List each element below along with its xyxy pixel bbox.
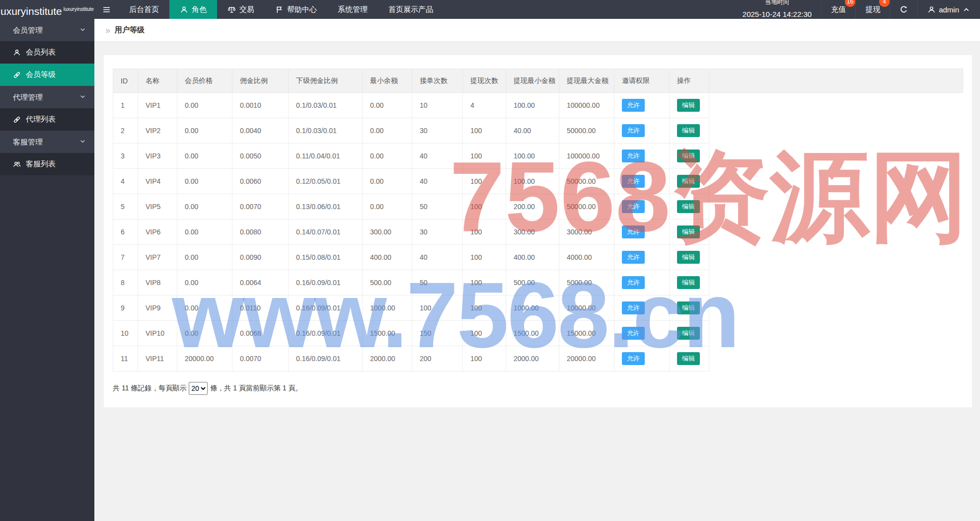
- invite-permission-cell: 允许: [614, 118, 670, 144]
- nav-tab-label: 角色: [192, 5, 207, 14]
- table-cell: 100.00: [506, 93, 559, 118]
- allow-button[interactable]: 允许: [622, 301, 645, 314]
- nav-tab-系统管理[interactable]: 系统管理: [327, 0, 378, 19]
- table-cell: 1: [113, 93, 138, 118]
- table-cell: 100000.00: [559, 144, 614, 169]
- sidebar-section-会员管理[interactable]: 会员管理: [0, 19, 94, 41]
- allow-button[interactable]: 允许: [622, 124, 645, 137]
- table-cell: VIP9: [138, 296, 177, 321]
- nav-tab-label: 后台首页: [129, 5, 159, 14]
- table-cell: 30: [412, 220, 463, 245]
- table-cell: 40: [412, 245, 463, 270]
- table-cell: VIP3: [138, 144, 177, 169]
- user-menu[interactable]: admin: [917, 0, 980, 19]
- sidebar-item-客服列表[interactable]: 客服列表: [0, 153, 94, 175]
- table-cell: 400.00: [506, 245, 559, 270]
- hamburger-icon: [102, 5, 111, 14]
- table-cell: VIP6: [138, 220, 177, 245]
- edit-button[interactable]: 编辑: [677, 301, 700, 314]
- edit-button[interactable]: 编辑: [677, 352, 700, 365]
- edit-button[interactable]: 编辑: [677, 276, 700, 289]
- table-cell: 0.13/0.06/0.01: [289, 194, 363, 220]
- column-header-邀请权限: 邀请权限: [614, 69, 670, 93]
- column-header-最小余额: 最小余额: [363, 69, 412, 93]
- edit-button[interactable]: 编辑: [677, 124, 700, 137]
- table-cell: VIP2: [138, 118, 177, 144]
- edit-button[interactable]: 编辑: [677, 327, 700, 340]
- table-cell: 300.00: [506, 220, 559, 245]
- table-cell: 100: [463, 296, 506, 321]
- nav-tab-首页展示产品[interactable]: 首页展示产品: [378, 0, 444, 19]
- withdraw-label: 提现: [865, 5, 880, 14]
- action-cell: 编辑: [670, 144, 709, 169]
- allow-button[interactable]: 允许: [622, 352, 645, 365]
- topbar-right: 当地时间 2025-10-24 14:22:30 充值 16 提现 4 admi…: [733, 0, 980, 19]
- invite-permission-cell: 允许: [614, 169, 670, 194]
- allow-button[interactable]: 允许: [622, 99, 645, 112]
- table-cell: 0.00: [177, 144, 232, 169]
- nav-tab-交易[interactable]: 交易: [217, 0, 265, 19]
- table-header-row: ID名称会员价格佣金比例下级佣金比例最小余额接单次数提现次数提现最小金额提现最大…: [113, 69, 963, 93]
- column-header-filler: [709, 69, 963, 93]
- menu-toggle-button[interactable]: [94, 0, 119, 19]
- edit-button[interactable]: 编辑: [677, 251, 700, 264]
- table-cell: 50: [412, 270, 463, 296]
- table-cell: 100: [463, 144, 506, 169]
- sidebar-item-会员等级[interactable]: 会员等级: [0, 64, 94, 86]
- time-label: 当地时间: [765, 0, 789, 6]
- table-cell: 100: [412, 296, 463, 321]
- recharge-badge: 16: [845, 0, 855, 7]
- sidebar-item-label: 会员等级: [26, 70, 56, 79]
- top-navbar: uxuryinstituteluxuryinstitute 后台首页角色交易帮助…: [0, 0, 980, 19]
- table-cell: VIP7: [138, 245, 177, 270]
- table-cell: 0.0060: [232, 169, 289, 194]
- sidebar-item-代理列表[interactable]: 代理列表: [0, 108, 94, 131]
- table-cell: 100: [463, 118, 506, 144]
- column-header-下级佣金比例: 下级佣金比例: [289, 69, 363, 93]
- sidebar-item-会员列表[interactable]: 会员列表: [0, 41, 94, 64]
- sidebar-section-label: 会员管理: [13, 26, 43, 34]
- allow-button[interactable]: 允许: [622, 200, 645, 213]
- allow-button[interactable]: 允许: [622, 251, 645, 264]
- withdraw-button[interactable]: 提现 4: [855, 0, 890, 19]
- nav-tab-帮助中心[interactable]: 帮助中心: [265, 0, 327, 19]
- table-cell: 100: [463, 346, 506, 372]
- table-cell: 0.0110: [232, 296, 289, 321]
- nav-tab-角色[interactable]: 角色: [169, 0, 217, 19]
- table-cell: 400.00: [363, 245, 412, 270]
- table-cell: 0.00: [177, 194, 232, 220]
- refresh-button[interactable]: [890, 0, 917, 19]
- page-size-select[interactable]: 20: [189, 382, 208, 395]
- recharge-button[interactable]: 充值 16: [821, 0, 855, 19]
- top-nav-tabs: 后台首页角色交易帮助中心系统管理首页展示产品: [119, 0, 444, 19]
- table-cell: 500.00: [363, 270, 412, 296]
- allow-button[interactable]: 允许: [622, 327, 645, 340]
- allow-button[interactable]: 允许: [622, 149, 645, 162]
- nav-tab-label: 帮助中心: [287, 5, 317, 14]
- edit-button[interactable]: 编辑: [677, 225, 700, 238]
- allow-button[interactable]: 允许: [622, 175, 645, 188]
- edit-button[interactable]: 编辑: [677, 175, 700, 188]
- table-cell: 0.0040: [232, 118, 289, 144]
- chevron-down-icon: [79, 26, 86, 33]
- table-cell: 0.00: [363, 93, 412, 118]
- table-cell: VIP1: [138, 93, 177, 118]
- table-cell: 50000.00: [559, 169, 614, 194]
- table-cell: 1500.00: [363, 321, 412, 346]
- edit-button[interactable]: 编辑: [677, 149, 700, 162]
- column-header-提现最小金额: 提现最小金额: [506, 69, 559, 93]
- column-header-操作: 操作: [670, 69, 709, 93]
- pagination: 共 11 條記錄，每頁顯示 20 條，共 1 頁當前顯示第 1 頁。: [113, 382, 963, 395]
- chevron-down-icon: [79, 93, 86, 100]
- people-icon: [13, 160, 21, 168]
- allow-button[interactable]: 允许: [622, 225, 645, 238]
- edit-button[interactable]: 编辑: [677, 99, 700, 112]
- edit-button[interactable]: 编辑: [677, 200, 700, 213]
- nav-tab-后台首页[interactable]: 后台首页: [119, 0, 169, 19]
- invite-permission-cell: 允许: [614, 346, 670, 372]
- time-value: 2025-10-24 14:22:30: [743, 9, 812, 19]
- sidebar-section-客服管理[interactable]: 客服管理: [0, 131, 94, 153]
- allow-button[interactable]: 允许: [622, 276, 645, 289]
- table-cell: 3000.00: [559, 220, 614, 245]
- sidebar-section-代理管理[interactable]: 代理管理: [0, 86, 94, 108]
